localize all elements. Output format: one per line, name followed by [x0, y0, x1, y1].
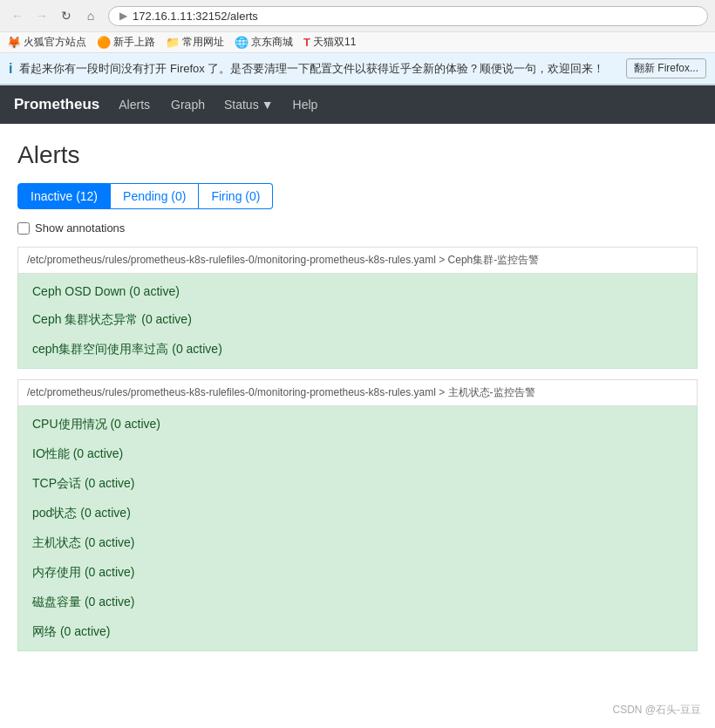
- alert-name: 内存使用: [32, 565, 81, 579]
- filter-firing-button[interactable]: Firing (0): [199, 183, 273, 209]
- bookmark-common[interactable]: 📁 常用网址: [166, 35, 224, 50]
- browser-chrome: ← → ↻ ⌂ ▶ 172.16.1.11:32152/alerts 🦊 火狐官…: [0, 0, 715, 85]
- alert-count: (0 active): [73, 446, 124, 460]
- list-item: 网络 (0 active): [18, 617, 697, 647]
- nav-status[interactable]: Status ▼: [224, 98, 274, 112]
- rule-group-header-2: /etc/prometheus/rules/prometheus-k8s-rul…: [17, 379, 698, 406]
- alert-name: 磁盘容量: [32, 595, 81, 609]
- alert-count: (0 active): [141, 312, 192, 326]
- alert-name: IO性能: [32, 446, 70, 460]
- forward-button[interactable]: →: [31, 5, 52, 26]
- list-item: pod状态 (0 active): [18, 499, 697, 528]
- alert-group-2: CPU使用情况 (0 active) IO性能 (0 active) TCP会话…: [17, 406, 698, 651]
- tmall-icon: T: [303, 36, 310, 49]
- alert-name: Ceph 集群状态异常: [32, 312, 138, 326]
- bookmark-newbie[interactable]: 🟠 新手上路: [97, 35, 155, 50]
- rule-group-header-1: /etc/prometheus/rules/prometheus-k8s-rul…: [17, 247, 698, 274]
- alert-count: (0 active): [129, 284, 180, 298]
- alert-name: pod状态: [32, 506, 77, 520]
- home-button[interactable]: ⌂: [80, 5, 101, 26]
- security-icon: ▶: [119, 10, 127, 22]
- alert-count: (0 active): [172, 342, 222, 356]
- alert-name: 主机状态: [32, 535, 81, 549]
- list-item: IO性能 (0 active): [18, 439, 697, 469]
- dropdown-arrow-icon: ▼: [262, 98, 274, 112]
- bookmark-firefox[interactable]: 🦊 火狐官方站点: [7, 35, 86, 50]
- rule-group-name-2: 主机状态-监控告警: [448, 386, 535, 398]
- folder-icon: 📁: [166, 36, 180, 49]
- page-title: Alerts: [17, 141, 698, 169]
- list-item: Ceph 集群状态异常 (0 active): [18, 305, 697, 335]
- alert-count: (0 active): [85, 565, 135, 579]
- show-annotations-checkbox[interactable]: [17, 222, 30, 235]
- url-text: 172.16.1.11:32152/alerts: [133, 10, 258, 23]
- alert-group-1: Ceph OSD Down (0 active) Ceph 集群状态异常 (0 …: [17, 274, 698, 369]
- info-bar: i 看起来你有一段时间没有打开 Firefox 了。是否要清理一下配置文件以获得…: [0, 53, 715, 85]
- address-bar[interactable]: ▶ 172.16.1.11:32152/alerts: [108, 6, 708, 26]
- alert-count: (0 active): [80, 506, 131, 520]
- list-item: 主机状态 (0 active): [18, 528, 697, 558]
- bookmarks-bar: 🦊 火狐官方站点 🟠 新手上路 📁 常用网址 🌐 京东商城 T 天猫双11: [0, 31, 715, 53]
- back-button[interactable]: ←: [7, 5, 28, 26]
- list-item: CPU使用情况 (0 active): [18, 410, 697, 439]
- filter-inactive-button[interactable]: Inactive (12): [17, 183, 111, 209]
- bookmark-tmall[interactable]: T 天猫双11: [303, 35, 356, 50]
- list-item: 内存使用 (0 active): [18, 558, 697, 588]
- nav-graph[interactable]: Graph: [169, 94, 207, 115]
- list-item: Ceph OSD Down (0 active): [18, 277, 697, 305]
- annotations-row: Show annotations: [17, 221, 698, 235]
- rule-group-path-1: /etc/prometheus/rules/prometheus-k8s-rul…: [27, 254, 436, 266]
- navbar: Prometheus Alerts Graph Status ▼ Help: [0, 85, 715, 124]
- nav-alerts[interactable]: Alerts: [117, 94, 152, 115]
- newbie-icon: 🟠: [97, 36, 111, 49]
- list-item: 磁盘容量 (0 active): [18, 588, 697, 617]
- bookmark-jd[interactable]: 🌐 京东商城: [235, 35, 293, 50]
- rule-group-path-2: /etc/prometheus/rules/prometheus-k8s-rul…: [27, 386, 436, 398]
- filter-bar: Inactive (12) Pending (0) Firing (0): [17, 183, 698, 209]
- info-text: 看起来你有一段时间没有打开 Firefox 了。是否要清理一下配置文件以获得近乎…: [19, 61, 619, 77]
- alert-name: Ceph OSD Down: [32, 284, 126, 298]
- alert-name: CPU使用情况: [32, 417, 107, 431]
- nav-help[interactable]: Help: [291, 94, 320, 115]
- alert-name: 网络: [32, 624, 57, 638]
- firefox-icon: 🦊: [7, 36, 21, 49]
- alert-count: (0 active): [85, 535, 135, 549]
- alert-count: (0 active): [85, 595, 135, 609]
- browser-toolbar: ← → ↻ ⌂ ▶ 172.16.1.11:32152/alerts: [0, 0, 715, 31]
- refresh-firefox-button[interactable]: 翻新 Firefox...: [626, 58, 706, 78]
- alert-name: ceph集群空间使用率过高: [32, 342, 168, 356]
- alert-count: (0 active): [60, 624, 111, 638]
- list-item: ceph集群空间使用率过高 (0 active): [18, 335, 697, 364]
- alert-count: (0 active): [85, 476, 135, 490]
- reload-button[interactable]: ↻: [56, 5, 77, 26]
- rule-group-name-1: Ceph集群-监控告警: [448, 254, 540, 266]
- alert-count: (0 active): [110, 417, 160, 431]
- info-icon: i: [9, 61, 12, 77]
- show-annotations-label: Show annotations: [35, 221, 125, 235]
- list-item: TCP会话 (0 active): [18, 469, 697, 499]
- jd-icon: 🌐: [235, 36, 249, 49]
- navbar-brand[interactable]: Prometheus: [14, 96, 99, 113]
- alert-name: TCP会话: [32, 476, 81, 490]
- nav-buttons: ← → ↻ ⌂: [7, 5, 101, 26]
- page-content: Alerts Inactive (12) Pending (0) Firing …: [0, 124, 715, 688]
- filter-pending-button[interactable]: Pending (0): [111, 183, 199, 209]
